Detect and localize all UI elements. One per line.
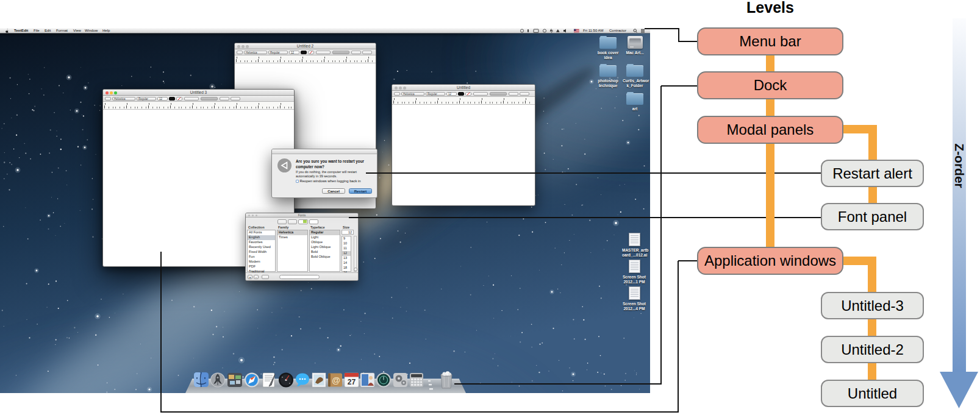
svg-text:Z-order: Z-order [953, 143, 967, 188]
svg-text:@: @ [332, 375, 340, 385]
svg-text:27: 27 [348, 378, 356, 386]
